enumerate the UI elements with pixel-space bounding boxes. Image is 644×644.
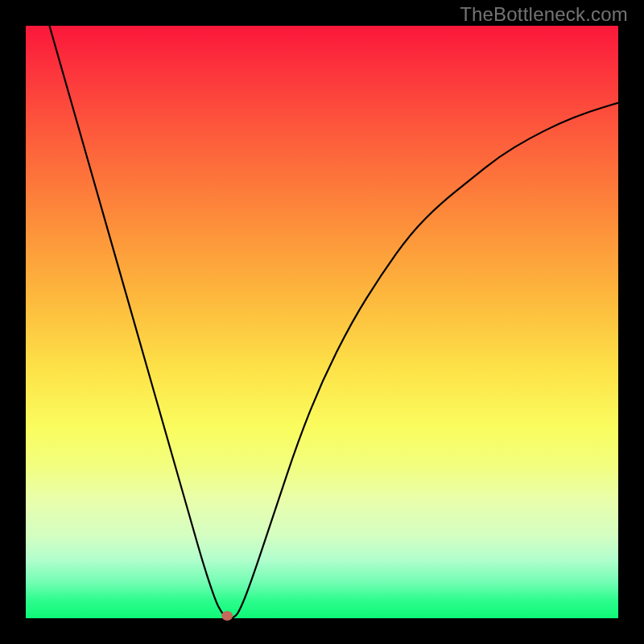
curve-svg [26, 26, 618, 618]
min-marker [221, 611, 233, 621]
plot-area [26, 26, 618, 618]
bottleneck-curve [49, 26, 618, 618]
chart-frame: TheBottleneck.com [0, 0, 644, 644]
watermark-label: TheBottleneck.com [460, 3, 628, 26]
